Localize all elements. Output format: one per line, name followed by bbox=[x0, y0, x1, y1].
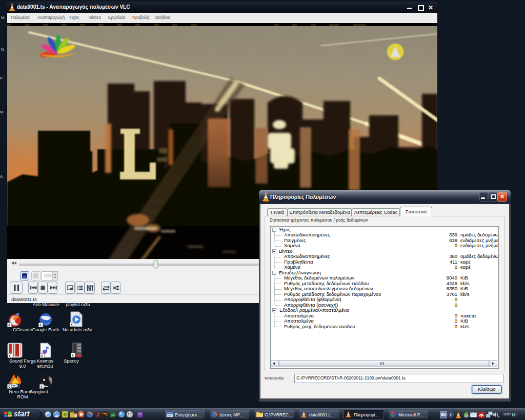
svg-text:LIV: LIV bbox=[111, 414, 115, 417]
svg-text:100: 100 bbox=[44, 273, 51, 278]
